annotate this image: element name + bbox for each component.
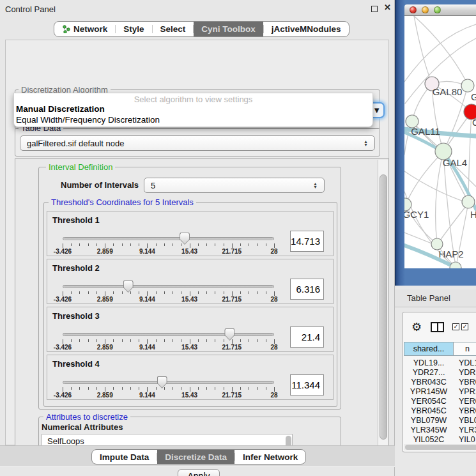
threshold-title: Threshold 1 [52,215,100,225]
cell-name: YDR2 [454,368,476,378]
slider-tick [105,243,105,248]
network-edge[interactable] [414,16,466,81]
number-of-intervals-combobox[interactable]: 5 ▲▼ [144,178,325,193]
network-edge[interactable] [468,112,472,201]
table-horizontal-scrollbar[interactable] [404,444,476,450]
table-row[interactable]: YIL052CYIL0 [404,435,476,445]
slider-tick [79,387,80,390]
slider-tick-label: 28 [253,248,295,255]
slider-tick [71,339,72,342]
bottom-tab-discretize-data[interactable]: Discretize Data [157,450,234,464]
slider-tick [164,291,165,294]
tab-network[interactable]: Network [54,22,115,36]
slider-tick [96,387,97,390]
threshold-slider-track[interactable] [63,237,274,240]
slider-tick [266,387,266,390]
table-row[interactable]: YBR045CYBR0 [404,406,476,416]
threshold-slider-track[interactable] [63,381,274,384]
slider-tick [274,291,275,296]
slider-tick [63,339,63,344]
checkbox-icon[interactable]: ✓ [461,323,468,330]
threshold-slider-thumb-face [124,281,133,292]
threshold-slider-thumb[interactable] [224,328,234,341]
slider-tick-label: 15.43 [169,296,211,303]
settings-scrollbar[interactable] [378,160,388,463]
slider-tick [96,339,97,342]
bottom-tab-impute-data[interactable]: Impute Data [92,450,157,464]
slider-tick-label: 2.859 [84,344,126,351]
algorithm-dropdown-popup: Select algorithm to view settings Manual… [13,93,373,127]
threshold-value-field[interactable]: 21.4 [290,326,324,348]
threshold-slider-track[interactable] [63,333,274,336]
traffic-light-zoom-icon[interactable] [434,6,441,13]
threshold-slider-thumb[interactable] [157,376,167,388]
column-header-shared-name[interactable]: shared... [404,342,454,356]
slider-tick [63,387,63,392]
slider-tick [122,387,123,390]
algorithm-option-manual-discretization[interactable]: Manual Discretization [14,104,372,115]
slider-tick [198,339,199,342]
threshold-slider-thumb[interactable] [123,280,134,293]
table-row[interactable]: YLR345WYLR3 [404,426,476,435]
slider-tick [206,243,207,246]
threshold-slider-track[interactable] [63,285,274,288]
slider-tick [232,291,233,296]
traffic-light-minimize-icon[interactable] [422,6,429,13]
float-panel-icon[interactable] [371,6,378,12]
network-edge[interactable] [443,88,467,151]
column-header-name[interactable]: n [454,342,476,356]
threshold-value-field[interactable]: 14.713 [290,231,324,252]
tab-jactivemnodules[interactable]: jActiveMNodules [264,22,349,36]
split-columns-icon[interactable] [431,322,444,332]
network-canvas[interactable]: GAL80GACGAL11GAL4GCY1HHAP2 [404,16,476,268]
table-row[interactable]: YDR27...YDR2 [404,368,476,378]
checkbox-icon[interactable]: ✓ [452,323,459,330]
table-row[interactable]: YER054CYER0 [404,397,476,406]
slider-tick-label: 21.715 [211,248,253,255]
slider-tick [79,243,80,246]
threshold-value-field[interactable]: 11.344 [290,374,324,395]
slider-tick [96,243,97,246]
slider-tick [257,387,258,390]
table-data-combobox[interactable]: galFiltered.sif default node ▲▼ [20,135,375,151]
bottom-tab-infer-network[interactable]: Infer Network [235,450,305,464]
slider-tick-label: 2.859 [84,392,126,399]
slider-tick-label: 15.43 [169,248,211,255]
slider-tick-label: 9.144 [126,296,168,303]
network-node-h[interactable] [462,196,475,208]
network-node-label: GAL80 [433,86,463,97]
network-node-ga[interactable] [461,79,474,92]
network-edge[interactable] [404,24,476,82]
slider-tick [122,291,123,294]
algorithm-option-equal-width-frequency-discretization[interactable]: Equal Width/Frequency Discretization [14,115,372,126]
slider-tick [139,291,139,294]
table-row[interactable]: YBL079WYBL0 [404,416,476,426]
tab-style[interactable]: Style [116,22,151,36]
tab-cyni-toolbox[interactable]: Cyni Toolbox [194,22,263,36]
tab-label: Impute Data [100,452,149,462]
slider-tick [240,243,241,246]
threshold-value-field[interactable]: 6.316 [290,279,324,300]
tab-label: Infer Network [243,452,298,462]
table-hscrollbar-thumb[interactable] [405,445,476,450]
table-row[interactable]: YDL19...YDL1 [404,358,476,368]
table-rows: YDL19...YDL1YDR27...YDR2YBR043CYBR0YPR14… [404,358,476,445]
interval-definition-label: Interval Definition [46,162,115,172]
network-edge[interactable] [414,16,432,84]
slider-tick [232,243,233,248]
network-edge[interactable] [406,151,443,203]
slider-tick [215,339,215,342]
close-icon[interactable]: ✕ [384,3,391,12]
tab-select[interactable]: Select [153,22,194,36]
settings-scrollbar-thumb[interactable] [380,174,387,440]
traffic-light-close-icon[interactable] [410,6,417,13]
network-window-titlebar[interactable] [404,4,476,16]
table-row[interactable]: YBR043CYBR0 [404,378,476,387]
network-edge[interactable] [438,203,468,243]
slider-tick-label: -3.426 [42,392,84,399]
apply-button[interactable]: Apply [178,469,220,476]
gear-icon[interactable]: ⚙ [411,320,422,334]
table-row[interactable]: YPR145WYPR1 [404,387,476,397]
slider-tick [274,243,275,248]
network-node-label: C [472,117,476,128]
